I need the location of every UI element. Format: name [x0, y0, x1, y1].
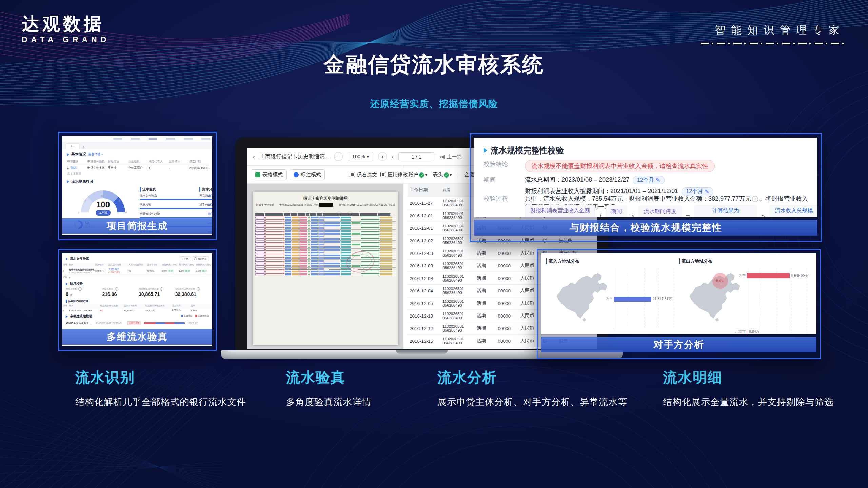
cell-date: 2016-12-03 [408, 263, 440, 268]
cell-account: 1102026501056286490 [440, 299, 475, 307]
zoom-out-icon[interactable]: − [334, 152, 343, 161]
bar [614, 297, 651, 302]
basic-table-header: 申贷主体申贷主体性质 所处行业企业性质 法定代表人注册资本 成立日期 [67, 159, 210, 165]
formula-operator: = [686, 212, 690, 218]
filter-account[interactable]: 账户✓▾ [408, 171, 428, 178]
chevron-right-icon [67, 180, 69, 183]
zoom-in-icon[interactable]: + [378, 152, 387, 161]
page-indicator[interactable]: 1 / 1 [398, 152, 434, 161]
risk-badge: 无风险 [96, 210, 111, 216]
legend-swatch-blue [181, 315, 183, 317]
score-item[interactable]: 余额连续性校验10/10 › [140, 212, 212, 218]
settings-button[interactable]: 规则设置 [192, 256, 209, 261]
panel-verification: 流水文件验真 ↓下载 规则设置 序号账户 所属银行流入流出金额 真实性综合评分流… [58, 249, 217, 351]
inflow-geo-block: 流入方地域分布 为空 11,817.81万 [546, 258, 678, 331]
prev-doc-label: 上一篇 [447, 154, 462, 160]
slide: 达观数据 DATA GRAND 智能知识管理专家 金融信贷流水审核系统 还原经营… [0, 0, 868, 488]
tab-1[interactable]: 1 ⌄ [66, 143, 80, 149]
laptop-notch [396, 350, 448, 354]
chevron-right-icon [66, 258, 68, 260]
tagline-text: 智能知识管理专家 [701, 23, 845, 37]
formula-box: 期间 12 [606, 205, 627, 217]
feature-column: 流水验真 多角度验真流水详情 [286, 368, 371, 408]
add-tab-button[interactable]: + [82, 145, 84, 149]
formula-operator: > [761, 212, 765, 218]
feature-column: 流水分析 展示申贷主体分析、对手方分析、异常流水等 [437, 368, 627, 408]
info-icon: i [197, 287, 200, 291]
edit-icon[interactable]: ✎ [179, 309, 181, 311]
info-icon: i [115, 287, 118, 291]
outflow-title: 流出方地域分布 [679, 258, 811, 264]
prev-page-icon[interactable]: ‹ [392, 153, 394, 160]
balance-row[interactable]: 诸城市金光蔬菜专业... 81060020142100858O 余额不连续 20… [62, 320, 212, 326]
bank-statement-scan: 借记卡账户历史明细清单 柜城支行营业部 卡号:62220211020214747… [253, 192, 398, 345]
bar [747, 329, 747, 334]
formula-box: 计算结果为 382,977.77 万元 [694, 205, 757, 217]
cell-seq: 00000 [496, 263, 518, 268]
entity-tag: 法人 [70, 166, 78, 169]
file-check-total-row: 总计1 [62, 275, 212, 280]
filter-header[interactable]: 表头✓▾ [433, 171, 452, 178]
bar-row: 北京市 0.84万 [747, 329, 809, 334]
info-icon: i [160, 287, 163, 291]
period-row: 期间 流水总期间：2023/01/08 – 2023/12/2712个月✎ 财报… [484, 176, 811, 196]
cell-date: 2016-12-01 [408, 226, 440, 231]
back-icon[interactable]: ‹ [253, 153, 255, 160]
prev-doc-button[interactable]: ◀ 上一篇 [441, 148, 462, 165]
conclusion-row: 校验结论 流水规模不能覆盖财报利润表中营业收入金额，请检查流水真实性 [484, 160, 811, 172]
health-score-gauge: 100 无风险 0 25 50 75 100 [76, 190, 130, 212]
cell-account: 1102026501056286490 [440, 324, 475, 332]
feature-description: 结构化展示全量流水，并支持剔除与筛选 [663, 396, 834, 408]
interest-stats: 总结息次数 i 8 次 总结息利息 i 216.06 利息推算日均总余额 i 3… [62, 286, 212, 298]
balance-timeline [144, 322, 185, 324]
file-check-row[interactable]: 1 诸城市金光蔬菜专业合作社81060020142100858O 公账银行 1,… [62, 267, 212, 275]
interest-header-row: 序号账户 结息次数/应结次数流水日均余额 利息推算日均总余额活期利率 息率 [62, 304, 212, 308]
file-check-header-row: 序号账户 所属银行流入流出金额 真实性综合评分流水可靠性 信息缺失百分比对手缺失… [62, 263, 212, 267]
progress-bar [199, 208, 212, 209]
feature-description: 展示申贷主体分析、对手方分析、异常流水等 [437, 396, 627, 408]
cell-seq: 00000 [496, 276, 518, 281]
score-item[interactable]: 异常流水 [199, 194, 212, 200]
cell-date: 2016-11-27 [408, 201, 440, 206]
check-icon: ✓ [444, 172, 449, 178]
table-mode-icon [255, 172, 260, 177]
zoom-level-select[interactable]: 100% ▾ [348, 152, 373, 161]
bar-row: 为空 11,817.81万 [614, 297, 676, 302]
mode-toolbar: 表格模式 标注模式 仅看原文 应用修改 [247, 166, 413, 184]
scan-title: 借记卡账户历史明细清单 [253, 192, 398, 201]
scanned-document-area: 借记卡账户历史明细清单 柜城支行营业部 卡号:62220211020214747… [247, 184, 403, 349]
view-details-link[interactable]: 查看详情 » [88, 152, 103, 157]
feature-column: 流水识别 结构化解析几乎全部格式的银行流水文件 [75, 368, 246, 408]
outflow-bar-chart: 为空 9,646.88万 北京市 0.84万 [747, 268, 809, 334]
feature-title: 流水识别 [75, 368, 246, 387]
info-icon[interactable]: ? [752, 196, 758, 202]
panel-caption: 与财报结合，校验流水规模完整性 [474, 220, 817, 236]
basic-table-row[interactable]: 1法人 申贷主体本体零售业 个体工商户1 -2020-06-15T0... [67, 165, 210, 171]
chevron-down-icon: ▾ [450, 171, 452, 177]
gear-icon [194, 257, 197, 260]
demand-interest-subheader: 活期账户结息校验 [66, 300, 209, 303]
cell-date: 2016-12-15 [408, 339, 440, 344]
basic-table: 申贷主体申贷主体性质 所处行业企业性质 法定代表人注册资本 成立日期 1法人 申… [67, 159, 210, 176]
download-button[interactable]: ↓下载 [180, 256, 190, 261]
basic-section-title: 基本情况 [71, 152, 86, 157]
scan-cardno: 卡号:6222021102021474732 户名: [279, 203, 333, 207]
score-item[interactable]: 对手分析 [199, 203, 212, 209]
cell-date: 2016-12-05 [408, 301, 440, 306]
cell-seq: 00000 [496, 301, 518, 306]
annotate-mode-button[interactable]: 标注模式 [290, 169, 325, 180]
counterparty-card: 流入方地域分布 为空 11,817.81万 流出方地域 [541, 253, 816, 334]
period-edit-pill[interactable]: 12个月✎ [633, 176, 665, 184]
cell-seq: 00000 [496, 339, 518, 344]
progress-bar [199, 199, 212, 200]
cell-account: 1102026501056286490 [440, 262, 475, 270]
info-icon: i [78, 287, 82, 291]
feature-title: 流水明细 [663, 368, 834, 387]
view-original-button[interactable]: 仅看原文 [350, 171, 377, 178]
page-title: 金融信贷流水审核系统 [0, 50, 868, 79]
interest-row[interactable]: 181060020142100858O 8/432,380.61 30,865.… [62, 308, 212, 313]
scale-check-title: 流水规模完整性校验 [474, 138, 817, 156]
cell-seq: 00000 [496, 326, 518, 331]
table-mode-button[interactable]: 表格模式 [252, 169, 287, 180]
interest-table: 序号账户 结息次数/应结次数流水日均余额 利息推算日均总余额活期利率 息率 18… [62, 304, 212, 312]
